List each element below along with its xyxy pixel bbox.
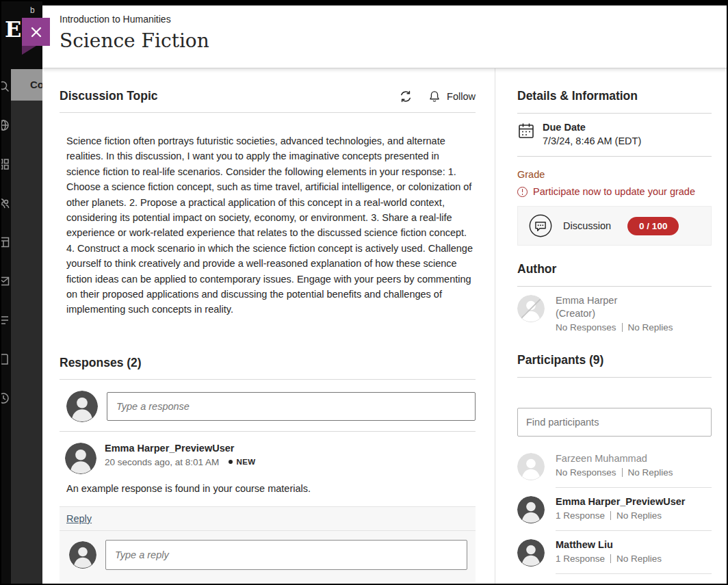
participant-responses-count: 1 Response xyxy=(556,510,605,521)
reply-link[interactable]: Reply xyxy=(66,513,92,524)
participant-name: Matthew Liu xyxy=(556,539,712,550)
current-user-avatar xyxy=(69,541,96,569)
underlay-nav-icons xyxy=(1,79,10,405)
participant-responses-count: No Responses xyxy=(556,467,616,478)
panel-header: Introduction to Humanities Science Ficti… xyxy=(42,5,727,68)
participant-info: Matthew Liu 1 Response No Replies xyxy=(556,539,712,574)
stat-divider xyxy=(610,511,611,520)
participant-responses-count: 1 Response xyxy=(556,554,605,564)
participant-row[interactable]: Emma Harper_PreviewUser 1 Response No Re… xyxy=(517,488,712,531)
globe-icon xyxy=(1,118,10,132)
refresh-button[interactable] xyxy=(399,90,413,103)
stat-divider xyxy=(610,554,611,563)
new-indicator xyxy=(229,460,233,464)
grade-warning-text: Participate now to update your grade xyxy=(533,186,695,197)
divider xyxy=(517,286,712,287)
participant-avatar xyxy=(517,496,545,523)
new-badge: NEW xyxy=(236,458,255,466)
grade-score-pill: 0 / 100 xyxy=(627,217,679,235)
close-icon xyxy=(30,26,42,38)
reply-input[interactable] xyxy=(105,540,467,570)
breadcrumb-course-title: Introduction to Humanities xyxy=(60,14,713,25)
participant-stats: No Responses No Replies xyxy=(556,467,712,478)
participant-replies-count: No Replies xyxy=(616,510,662,521)
responses-heading: Responses (2) xyxy=(60,356,476,370)
participant-row[interactable]: Farzeen Muhammad No Responses No Replies xyxy=(517,445,712,488)
book-icon xyxy=(1,352,10,366)
list-icon xyxy=(1,313,10,327)
response-input[interactable] xyxy=(107,392,476,421)
discussion-prompt-text: Science fiction often portrays futuristi… xyxy=(66,133,476,317)
response-item: Emma Harper_PreviewUser 20 seconds ago, … xyxy=(60,432,476,494)
underlay-partial-text: b xyxy=(30,5,35,15)
table-icon xyxy=(1,235,10,249)
details-sidebar: Details & Information Due Date 7/3/24, 8… xyxy=(495,68,727,584)
follow-button[interactable]: Follow xyxy=(428,90,476,103)
author-stats: No Responses No Replies xyxy=(556,322,673,333)
underlay-dimmed-content xyxy=(11,101,42,584)
calendar-icon xyxy=(517,122,535,140)
bell-icon xyxy=(428,90,441,103)
current-user-avatar xyxy=(66,391,98,422)
due-date-label: Due Date xyxy=(543,122,641,133)
details-heading: Details & Information xyxy=(517,89,712,103)
discussion-main-column: Discussion Topic xyxy=(42,68,495,584)
participant-row[interactable]: Matthew Liu 1 Response No Replies xyxy=(517,531,712,574)
stat-divider xyxy=(622,468,623,477)
due-date-block: Due Date 7/3/24, 8:46 AM (EDT) xyxy=(543,122,641,146)
page-title: Science Fiction xyxy=(60,29,713,52)
grid-icon xyxy=(1,157,10,171)
grade-warning-icon xyxy=(517,187,528,197)
reply-composer xyxy=(60,531,476,582)
divider xyxy=(60,112,476,113)
stat-divider xyxy=(622,323,623,332)
grade-label: Grade xyxy=(517,169,712,180)
participant-name: Farzeen Muhammad xyxy=(556,453,712,464)
topic-actions: Follow xyxy=(399,90,476,103)
response-author-avatar xyxy=(65,443,96,474)
participant-info: Farzeen Muhammad No Responses No Replies xyxy=(556,453,712,488)
divider xyxy=(60,379,476,380)
underlay-tab-band: Co xyxy=(11,69,42,101)
mail-icon xyxy=(1,274,10,288)
due-date-row: Due Date 7/3/24, 8:46 AM (EDT) xyxy=(517,122,712,156)
reply-section: Reply xyxy=(60,506,476,582)
response-author-name: Emma Harper_PreviewUser xyxy=(105,443,256,454)
response-meta: 20 seconds ago, at 8:01 AM NEW xyxy=(105,457,256,467)
response-composer xyxy=(66,391,476,422)
clock-icon xyxy=(1,391,10,405)
find-participants-input[interactable] xyxy=(517,408,712,437)
author-name: Emma Harper xyxy=(556,295,673,306)
follow-label: Follow xyxy=(447,91,476,102)
background-app-strip: b E Co xyxy=(1,1,42,584)
author-responses-count: No Responses xyxy=(556,322,616,333)
participant-replies-count: No Replies xyxy=(628,467,673,478)
author-avatar xyxy=(517,295,545,322)
author-heading: Author xyxy=(517,262,712,276)
divider xyxy=(517,113,712,114)
participant-info: Emma Harper_PreviewUser 1 Response No Re… xyxy=(556,496,712,531)
participant-name: Emma Harper_PreviewUser xyxy=(556,496,712,507)
reply-bar: Reply xyxy=(60,507,476,531)
grade-item-label: Discussion xyxy=(563,220,611,231)
underlay-tab-content: Co xyxy=(30,79,42,90)
participant-avatar xyxy=(517,453,545,480)
discussion-icon xyxy=(528,213,554,239)
participant-stats: 1 Response No Replies xyxy=(556,510,712,521)
participants-list: Farzeen Muhammad No Responses No Replies xyxy=(517,445,712,574)
author-role: (Creator) xyxy=(556,308,673,319)
participant-replies-count: No Replies xyxy=(616,554,662,564)
refresh-icon xyxy=(399,90,413,103)
people-icon xyxy=(1,196,10,210)
grade-summary-box: Discussion 0 / 100 xyxy=(517,206,712,246)
search-icon xyxy=(1,79,10,93)
participant-avatar xyxy=(517,539,545,567)
close-button[interactable] xyxy=(22,18,50,46)
author-info: Emma Harper (Creator) No Responses No Re… xyxy=(556,295,673,333)
response-timestamp: 20 seconds ago, at 8:01 AM xyxy=(105,457,219,467)
discussion-topic-heading: Discussion Topic xyxy=(60,89,158,103)
discussion-topic-header: Discussion Topic xyxy=(60,89,476,103)
page-root: b E Co Introduction to Humanities Scienc… xyxy=(0,0,728,585)
response-header: Emma Harper_PreviewUser 20 seconds ago, … xyxy=(65,443,476,474)
participant-stats: 1 Response No Replies xyxy=(556,554,712,564)
